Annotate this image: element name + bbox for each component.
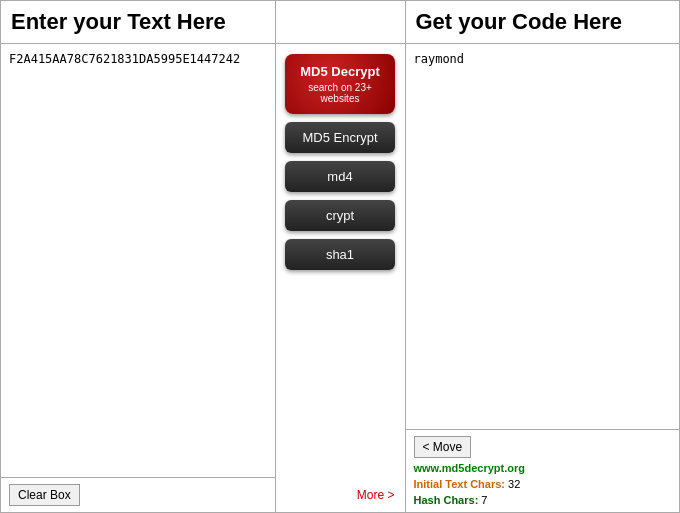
input-textarea[interactable]: F2A415AA78C7621831DA5995E1447242: [1, 44, 275, 477]
left-title: Enter your Text Here: [11, 9, 226, 34]
md5-encrypt-button[interactable]: MD5 Encrypt: [285, 122, 395, 153]
hash-chars-value: 7: [481, 494, 487, 506]
md5-encrypt-label: MD5 Encrypt: [302, 130, 377, 145]
output-textarea[interactable]: raymond: [406, 44, 680, 429]
header-row: Enter your Text Here Get your Code Here: [1, 1, 679, 44]
right-panel: raymond < Move www.md5decrypt.org Initia…: [406, 44, 680, 512]
hash-chars-line: Hash Chars: 7: [414, 494, 672, 506]
left-panel: F2A415AA78C7621831DA5995E1447242 Clear B…: [1, 44, 276, 512]
left-header: Enter your Text Here: [1, 1, 276, 43]
left-footer: Clear Box: [1, 477, 275, 512]
move-button[interactable]: < Move: [414, 436, 472, 458]
sha1-button[interactable]: sha1: [285, 239, 395, 270]
md5-decrypt-button[interactable]: MD5 Decrypt search on 23+ websites: [285, 54, 395, 114]
center-header: [276, 1, 406, 43]
md4-button[interactable]: md4: [285, 161, 395, 192]
right-title: Get your Code Here: [416, 9, 623, 34]
initial-chars-label: Initial Text Chars:: [414, 478, 505, 490]
right-header: Get your Code Here: [406, 1, 680, 43]
main-container: Enter your Text Here Get your Code Here …: [0, 0, 680, 513]
md5-decrypt-subtitle: search on 23+ websites: [291, 82, 389, 104]
website-link[interactable]: www.md5decrypt.org: [414, 462, 525, 474]
website-line: www.md5decrypt.org: [414, 462, 672, 474]
sha1-label: sha1: [326, 247, 354, 262]
more-link[interactable]: More >: [357, 488, 395, 502]
hash-chars-label: Hash Chars:: [414, 494, 479, 506]
crypt-button[interactable]: crypt: [285, 200, 395, 231]
crypt-label: crypt: [326, 208, 354, 223]
center-panel: MD5 Decrypt search on 23+ websites MD5 E…: [276, 44, 406, 512]
initial-chars-line: Initial Text Chars: 32: [414, 478, 672, 490]
content-row: F2A415AA78C7621831DA5995E1447242 Clear B…: [1, 44, 679, 512]
md4-label: md4: [327, 169, 352, 184]
right-footer: < Move www.md5decrypt.org Initial Text C…: [406, 429, 680, 512]
clear-box-button[interactable]: Clear Box: [9, 484, 80, 506]
md5-decrypt-label: MD5 Decrypt: [300, 64, 379, 79]
initial-chars-value: 32: [508, 478, 520, 490]
more-label: More >: [357, 488, 395, 502]
